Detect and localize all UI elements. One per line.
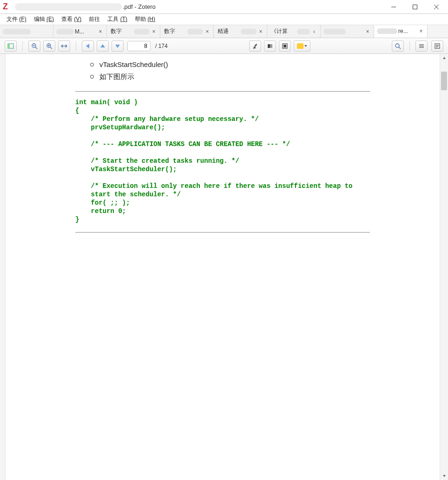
workspace: vTaskStartScheduler() 如下图所示 int main( vo… (0, 54, 448, 480)
window-title: .pdf - Zotero (15, 3, 156, 11)
svg-rect-22 (283, 45, 286, 47)
pdf-toolbar: / 174 (0, 38, 448, 54)
menu-view[interactable]: 查看 (V) (58, 14, 85, 24)
bullet-list: vTaskStartScheduler() 如下图所示 (89, 59, 440, 83)
tab-item-5[interactable]: 《计算 ‹ (267, 25, 321, 38)
tab-label-redacted (56, 29, 74, 34)
close-icon[interactable]: ‹ (311, 28, 317, 35)
nav-down-button[interactable] (112, 40, 124, 52)
zoom-out-button[interactable] (28, 40, 40, 52)
menu-edit[interactable]: 编辑 (E) (30, 14, 58, 24)
note-tool-button[interactable] (264, 40, 276, 52)
svg-rect-5 (8, 44, 10, 48)
close-icon[interactable]: × (204, 28, 211, 35)
svg-point-23 (395, 44, 399, 47)
code-block: int main( void ) { /* Perform any hardwa… (75, 98, 370, 224)
zoom-group (28, 40, 70, 52)
nav-up-button[interactable] (97, 40, 109, 52)
scroll-down-icon[interactable] (440, 472, 448, 480)
tab-label-redacted (323, 29, 346, 34)
svg-marker-16 (115, 45, 120, 48)
svg-rect-1 (413, 5, 417, 9)
tab-label-redacted (134, 29, 150, 34)
close-icon[interactable]: × (151, 28, 157, 35)
tab-library[interactable] (0, 25, 53, 38)
tab-item-3[interactable]: 数字 × (160, 25, 214, 38)
page-total-label: / 174 (155, 43, 168, 49)
window-minimize-button[interactable] (383, 0, 404, 14)
tab-item-2[interactable]: 数字 × (107, 25, 160, 38)
tab-item-6[interactable]: × (321, 25, 374, 38)
vertical-scrollbar[interactable] (440, 54, 448, 480)
tab-item-4[interactable]: 精通 × (214, 25, 267, 38)
zoom-in-button[interactable] (43, 40, 55, 52)
tab-label-redacted (187, 29, 203, 34)
close-icon[interactable]: × (418, 28, 424, 34)
highlight-tool-button[interactable] (249, 40, 261, 52)
svg-marker-14 (86, 44, 89, 48)
svg-line-10 (50, 47, 52, 49)
scrollbar-thumb[interactable] (441, 72, 447, 90)
page-number-input[interactable] (127, 41, 151, 51)
menu-bar: 文件 (F) 编辑 (E) 查看 (V) 前往 工具 (T) 帮助 (H) (0, 14, 448, 25)
menu-help[interactable]: 帮助 (H) (131, 14, 159, 24)
window-maximize-button[interactable] (404, 0, 426, 14)
tab-label-redacted (377, 28, 397, 34)
toggle-notes-pane-button[interactable] (431, 40, 443, 52)
svg-marker-15 (100, 44, 105, 47)
pdf-page: vTaskStartScheduler() 如下图所示 int main( vo… (6, 54, 440, 233)
svg-marker-32 (443, 57, 446, 59)
nav-group (82, 40, 124, 52)
color-swatch-icon (297, 43, 303, 49)
annotation-color-button[interactable] (294, 40, 310, 52)
menu-file[interactable]: 文件 (F) (3, 14, 30, 24)
svg-rect-18 (254, 44, 257, 47)
toggle-context-pane-button[interactable] (415, 40, 428, 52)
area-tool-button[interactable] (279, 40, 291, 52)
menu-go[interactable]: 前往 (85, 14, 104, 24)
pdf-viewport[interactable]: vTaskStartScheduler() 如下图所示 int main( vo… (6, 54, 440, 480)
svg-line-7 (35, 47, 37, 49)
horizontal-rule (75, 232, 370, 233)
close-icon[interactable]: × (364, 28, 371, 35)
tab-label-redacted (241, 29, 257, 34)
window-titlebar: Z .pdf - Zotero (0, 0, 448, 14)
left-gutter[interactable] (0, 54, 6, 480)
scroll-up-icon[interactable] (440, 54, 448, 62)
window-close-button[interactable] (426, 0, 447, 14)
annotate-group (249, 40, 310, 52)
svg-line-24 (399, 47, 401, 49)
svg-rect-20 (270, 44, 272, 48)
tab-label-redacted (297, 29, 310, 34)
toggle-sidebar-button[interactable] (5, 40, 17, 52)
svg-rect-19 (268, 44, 270, 48)
tab-label-redacted (3, 29, 31, 34)
nav-back-button[interactable] (82, 40, 94, 52)
tab-item-1[interactable]: M... × (53, 25, 107, 38)
tab-item-active[interactable]: re... × (374, 25, 428, 38)
svg-marker-33 (443, 475, 446, 477)
list-item: 如下图所示 (89, 71, 440, 83)
scrollbar-track[interactable] (440, 62, 448, 472)
title-redacted (15, 3, 122, 11)
tab-strip: M... × 数字 × 数字 × 精通 × 《计算 ‹ × re... × (0, 25, 448, 38)
chevron-down-icon (304, 45, 307, 47)
close-icon[interactable]: × (97, 28, 104, 35)
close-icon[interactable]: × (257, 28, 264, 35)
horizontal-rule (75, 91, 370, 92)
find-button[interactable] (392, 40, 404, 52)
app-logo-icon: Z (3, 2, 12, 12)
list-item: vTaskStartScheduler() (89, 59, 440, 71)
title-suffix: .pdf - Zotero (123, 3, 156, 10)
menu-tools[interactable]: 工具 (T) (104, 14, 131, 24)
zoom-fit-button[interactable] (58, 40, 70, 52)
